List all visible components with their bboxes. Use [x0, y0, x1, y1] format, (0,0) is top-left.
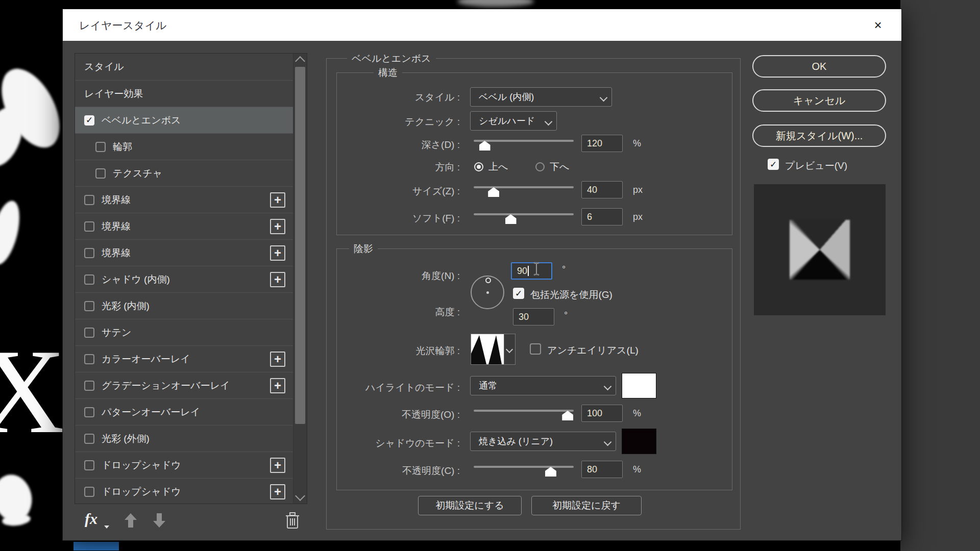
contour-dropdown-strip[interactable] [504, 334, 515, 364]
effect-list-item[interactable]: カラーオーバーレイ+ [75, 345, 307, 372]
add-effect-fx-button[interactable]: fx [85, 510, 97, 528]
opacity-highlight-input[interactable]: 100 [581, 405, 623, 422]
scroll-up-icon[interactable] [295, 56, 305, 66]
effect-list-item[interactable]: シャドウ (内側)+ [75, 266, 307, 292]
effect-list-item[interactable]: ドロップシャドウ+ [75, 452, 307, 478]
effect-list-item[interactable]: 境界線+ [75, 186, 307, 213]
scroll-down-icon[interactable] [295, 491, 305, 501]
effect-list-item[interactable]: 光彩 (内側) [75, 292, 307, 319]
add-effect-instance-button[interactable]: + [270, 245, 285, 261]
effect-item-label: レイヤー効果 [84, 87, 143, 101]
effect-list-item[interactable]: サテン [75, 319, 307, 345]
gloss-contour-label: 光沢輪郭 : [337, 344, 460, 358]
add-effect-instance-button[interactable]: + [270, 272, 285, 287]
effect-list-item[interactable]: 境界線+ [75, 213, 307, 239]
slider-thumb[interactable] [479, 141, 491, 151]
effect-list-item[interactable]: ドロップシャドウ+ [75, 478, 307, 505]
direction-up-radio[interactable]: 上へ [474, 160, 508, 173]
checkbox-unchecked-icon[interactable] [84, 460, 94, 470]
opacity-highlight-slider[interactable] [474, 407, 574, 419]
effect-list-item[interactable]: 境界線+ [75, 239, 307, 266]
effect-list-item[interactable]: スタイル [75, 54, 307, 80]
chevron-down-icon [506, 346, 513, 353]
move-effect-up-button[interactable] [124, 512, 138, 529]
direction-down-radio[interactable]: 下へ [535, 160, 569, 173]
effect-item-label: ドロップシャドウ [102, 459, 181, 472]
checkbox-unchecked-icon[interactable] [84, 301, 94, 311]
anti-alias-checkbox[interactable] [530, 343, 541, 355]
depth-input[interactable]: 120 [581, 135, 623, 152]
angle-dial[interactable] [471, 276, 504, 309]
shadow-color-swatch[interactable] [622, 429, 656, 454]
preview-checkbox[interactable]: ✓ [768, 159, 779, 170]
style-dropdown[interactable]: ベベル (内側) [470, 87, 612, 107]
checkbox-unchecked-icon[interactable] [84, 407, 94, 417]
taskbar-fragment [74, 542, 119, 550]
checkbox-checked-icon[interactable]: ✓ [84, 115, 94, 126]
effect-list-item[interactable]: テクスチャ [75, 160, 307, 186]
delete-effect-trash-icon[interactable] [285, 511, 300, 530]
highlight-mode-dropdown[interactable]: 通常 [470, 376, 616, 395]
cancel-button[interactable]: キャンセル [752, 89, 886, 112]
slider-thumb[interactable] [505, 214, 517, 224]
checkbox-unchecked-icon[interactable] [84, 434, 94, 444]
effect-item-label: パターンオーバーレイ [102, 406, 200, 419]
scrollbar-thumb[interactable] [295, 67, 305, 424]
size-slider[interactable] [474, 183, 574, 195]
radio-selected-icon[interactable] [474, 162, 483, 171]
checkbox-unchecked-icon[interactable] [84, 221, 94, 232]
slider-thumb[interactable] [562, 411, 573, 420]
size-input[interactable]: 40 [581, 181, 623, 198]
move-effect-down-button[interactable] [152, 512, 166, 529]
effects-scrollbar[interactable] [293, 54, 307, 504]
radio-unselected-icon[interactable] [535, 162, 545, 171]
highlight-color-swatch[interactable] [622, 373, 656, 398]
add-effect-instance-button[interactable]: + [270, 352, 285, 367]
add-effect-instance-button[interactable]: + [270, 378, 285, 393]
soften-slider[interactable] [474, 210, 574, 222]
slider-thumb[interactable] [545, 467, 556, 477]
checkbox-unchecked-icon[interactable] [84, 195, 94, 205]
opacity-shadow-input[interactable]: 80 [581, 461, 623, 478]
add-effect-instance-button[interactable]: + [270, 458, 285, 473]
effect-list-item[interactable]: 光彩 (外側) [75, 425, 307, 452]
shading-group-title: 陰影 [349, 242, 378, 256]
chevron-down-icon [600, 94, 608, 102]
shadow-mode-dropdown[interactable]: 焼き込み (リニア) [470, 432, 616, 451]
checkbox-unchecked-icon[interactable] [84, 328, 94, 338]
ok-button[interactable]: OK [752, 55, 886, 78]
opacity-shadow-slider[interactable] [474, 463, 574, 475]
global-light-checkbox[interactable]: ✓ [513, 288, 524, 299]
effect-list-item[interactable]: グラデーションオーバーレイ+ [75, 372, 307, 398]
add-effect-instance-button[interactable]: + [270, 484, 285, 499]
checkbox-unchecked-icon[interactable] [84, 381, 94, 391]
effect-list-item[interactable]: ✓ベベルとエンボス [75, 107, 307, 133]
depth-slider[interactable] [474, 137, 574, 149]
make-default-button[interactable]: 初期設定にする [418, 496, 522, 515]
altitude-input[interactable]: 30 [513, 308, 554, 325]
shadow-mode-value: 焼き込み (リニア) [479, 435, 553, 447]
checkbox-unchecked-icon[interactable] [84, 248, 94, 258]
slider-track [474, 140, 574, 142]
contour-thumbnail[interactable] [471, 334, 504, 364]
effect-list-item[interactable]: 輪郭 [75, 133, 307, 160]
checkbox-unchecked-icon[interactable] [95, 142, 106, 152]
checkbox-unchecked-icon[interactable] [84, 274, 94, 285]
soften-value: 6 [587, 212, 592, 222]
angle-input[interactable]: 90 [511, 262, 552, 280]
add-effect-instance-button[interactable]: + [270, 192, 285, 208]
checkbox-unchecked-icon[interactable] [84, 354, 94, 364]
soften-input[interactable]: 6 [581, 208, 623, 226]
effect-list-item[interactable]: レイヤー効果 [75, 80, 307, 107]
checkbox-unchecked-icon[interactable] [84, 487, 94, 497]
checkbox-unchecked-icon[interactable] [95, 168, 106, 179]
close-icon[interactable]: × [869, 16, 887, 34]
add-effect-instance-button[interactable]: + [270, 219, 285, 234]
new-style-button[interactable]: 新規スタイル(W)... [752, 124, 886, 147]
technique-dropdown[interactable]: シゼルハード [470, 111, 557, 131]
gloss-contour-picker[interactable] [471, 334, 516, 365]
effect-list-item[interactable]: パターンオーバーレイ [75, 398, 307, 425]
reset-default-button[interactable]: 初期設定に戻す [531, 496, 642, 515]
slider-thumb[interactable] [488, 187, 499, 197]
effect-item-label: 光彩 (内側) [102, 299, 150, 313]
